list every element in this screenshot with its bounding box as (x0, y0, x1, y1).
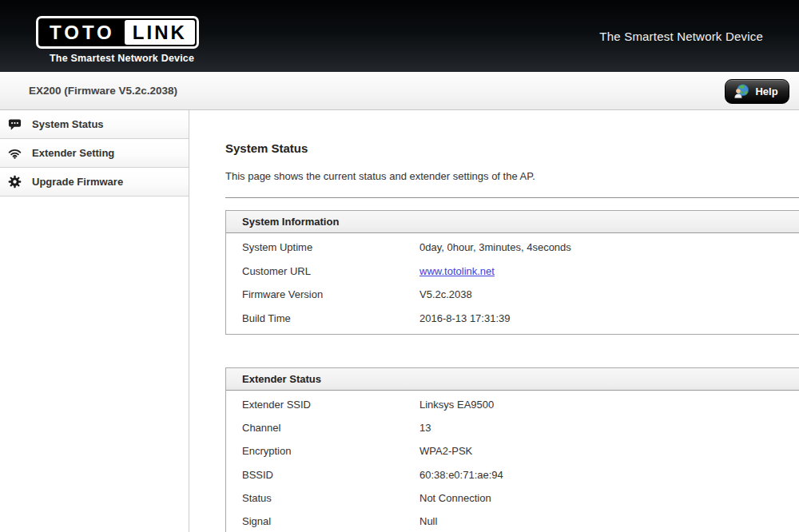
row-label: Status (242, 492, 419, 504)
sidebar-nav: System Status Extender Setting (0, 110, 189, 532)
logo-toto-text: TOTO (38, 18, 125, 46)
row-value: www.totolink.net (419, 265, 799, 277)
content-area: System Status Extender Setting (0, 110, 799, 532)
chat-bubble-icon (8, 117, 22, 131)
row-value: 0day, 0hour, 3minutes, 4seconds (419, 241, 799, 253)
table-title: Extender Status (226, 368, 799, 391)
device-firmware-title: EX200 (Firmware V5.2c.2038) (29, 85, 177, 97)
table-row: Build Time 2016-8-13 17:31:39 (226, 307, 799, 331)
page-title: System Status (225, 142, 799, 155)
main-panel: System Status This page shows the curren… (189, 110, 799, 532)
row-label: Channel (242, 422, 419, 434)
device-title-bar: EX200 (Firmware V5.2c.2038) Help (0, 72, 799, 110)
top-banner: TOTO LINK The Smartest Network Device Th… (0, 0, 799, 72)
row-label: Extender SSID (242, 399, 419, 411)
wifi-icon (8, 146, 22, 160)
row-label: Firmware Version (242, 288, 419, 300)
row-value: 60:38:e0:71:ae:94 (419, 469, 799, 481)
row-label: Encryption (242, 445, 419, 457)
row-value: 2016-8-13 17:31:39 (419, 312, 799, 324)
table-row: Encryption WPA2-PSK (226, 439, 799, 463)
banner-tagline-right: The Smartest Network Device (599, 30, 763, 43)
section-divider (225, 197, 799, 198)
table-row: Firmware Version V5.2c.2038 (226, 283, 799, 307)
table-row: System Uptime 0day, 0hour, 3minutes, 4se… (226, 236, 799, 260)
row-value: V5.2c.2038 (419, 288, 799, 300)
gear-icon (8, 175, 22, 189)
table-row: Customer URL www.totolink.net (226, 260, 799, 284)
logo-link-text: LINK (125, 20, 195, 45)
row-value: Not Connection (419, 492, 799, 504)
table-row: Signal Null (226, 510, 799, 532)
sidebar-item-label: Upgrade Firmware (32, 176, 123, 188)
page-description: This page shows the current status and e… (225, 170, 799, 182)
row-label: BSSID (242, 469, 419, 481)
help-button-label: Help (755, 85, 777, 97)
table-body: Extender SSID Linksys EA9500 Channel 13 … (226, 391, 799, 532)
extender-status-table: Extender Status Extender SSID Linksys EA… (225, 367, 799, 532)
table-row: Channel 13 (226, 416, 799, 439)
table-row: Extender SSID Linksys EA9500 (226, 393, 799, 416)
help-button[interactable]: Help (725, 79, 789, 104)
sidebar-item-label: System Status (32, 118, 104, 130)
totolink-logo-box: TOTO LINK (36, 16, 199, 49)
row-value: 13 (419, 422, 799, 434)
globe-person-icon (733, 83, 749, 100)
row-value: WPA2-PSK (419, 445, 799, 457)
table-row: Status Not Connection (226, 486, 799, 510)
table-title: System Information (226, 211, 799, 233)
row-label: Build Time (242, 312, 419, 324)
sidebar-item-system-status[interactable]: System Status (0, 110, 189, 139)
row-label: System Uptime (242, 241, 419, 253)
system-information-table: System Information System Uptime 0day, 0… (225, 210, 799, 335)
row-label: Signal (242, 515, 419, 527)
row-value: Linksys EA9500 (419, 399, 799, 411)
sidebar-item-label: Extender Setting (32, 147, 114, 159)
table-body: System Uptime 0day, 0hour, 3minutes, 4se… (226, 233, 799, 334)
totolink-logo: TOTO LINK The Smartest Network Device (36, 16, 199, 64)
customer-url-link[interactable]: www.totolink.net (419, 265, 495, 277)
logo-tagline: The Smartest Network Device (50, 53, 199, 64)
row-label: Customer URL (242, 265, 419, 277)
table-row: BSSID 60:38:e0:71:ae:94 (226, 463, 799, 486)
sidebar-item-extender-setting[interactable]: Extender Setting (0, 139, 189, 168)
row-value: Null (419, 515, 799, 527)
sidebar-item-upgrade-firmware[interactable]: Upgrade Firmware (0, 168, 189, 197)
